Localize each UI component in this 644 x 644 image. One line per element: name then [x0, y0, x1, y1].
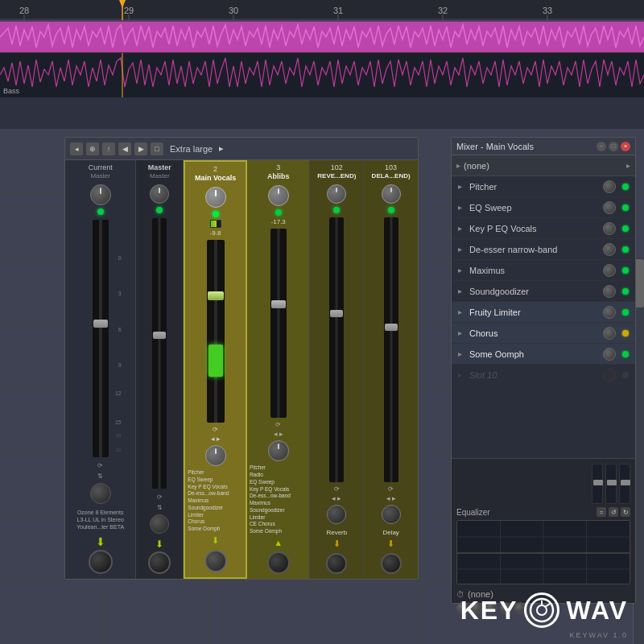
ch2-pan-knob[interactable]: [205, 187, 226, 208]
toolbar-next-btn[interactable]: ▶: [134, 142, 147, 155]
master-send-knob[interactable]: [150, 514, 169, 534]
fx-knob-some-oomph[interactable]: [603, 348, 616, 361]
ch102-bottom-knob[interactable]: [326, 553, 347, 574]
fx-slot-chorus[interactable]: ▸ Chorus: [452, 323, 635, 344]
fx-name-some-oomph: Some Oomph: [469, 349, 603, 359]
vfx-maximize-btn[interactable]: □: [609, 142, 618, 151]
channel-master[interactable]: Master Master ⟳ ⇅ ⬇: [136, 160, 184, 579]
current-arrow-ud[interactable]: ⇅: [97, 473, 103, 480]
send-fader-2[interactable]: [605, 464, 617, 504]
ch3-arrow-btns[interactable]: ◂ ▸: [274, 430, 283, 438]
ch103-arrow-btns[interactable]: ◂ ▸: [386, 494, 396, 502]
fx-knob-pitcher[interactable]: [603, 180, 616, 193]
fx-slot-fruity-limiter[interactable]: ▸ Fruity Limiter: [452, 302, 635, 323]
ch2-send-knob[interactable]: [205, 445, 226, 466]
eq-canvas[interactable]: [456, 520, 630, 584]
ch2-arrow-btns[interactable]: ◂ ▸: [211, 435, 221, 443]
fx-slot-pitcher[interactable]: ▸ Pitcher: [452, 176, 635, 197]
vfx-title-text: Mixer - Main Vocals: [456, 142, 534, 151]
send-fader-2-handle[interactable]: [607, 480, 617, 485]
send-faders-mini[interactable]: [456, 464, 630, 504]
ch102-pan-knob[interactable]: [327, 184, 346, 204]
ch102-send-knob[interactable]: [327, 505, 346, 524]
fx-knob-keyp[interactable]: [603, 222, 616, 235]
ch102-arrow-btns[interactable]: ◂ ▸: [332, 494, 341, 502]
ch2-number: 2: [213, 165, 217, 173]
channel-current[interactable]: Current Master 0 3 6 9 12 15 18: [65, 160, 136, 579]
fx-knob-chorus[interactable]: [603, 327, 616, 340]
current-send-knob[interactable]: [90, 483, 111, 504]
ch3-fader-handle[interactable]: [271, 300, 286, 308]
ch3-circ-icon: ⟳: [275, 421, 281, 428]
ch103-name: DELA...END): [372, 172, 411, 180]
vfx-route-input-arrow: ▸: [456, 161, 460, 170]
eq-section-header: Equalizer = ↺ ↻: [456, 507, 630, 517]
ch103-pan-knob[interactable]: [382, 184, 401, 204]
toolbar-up-btn[interactable]: ↑: [102, 142, 115, 155]
ch102-label-bottom: Reverb: [326, 529, 347, 536]
send-fader-3-handle[interactable]: [621, 480, 630, 485]
ch102-fader-track[interactable]: [329, 217, 344, 482]
ch103-send-knob[interactable]: [382, 505, 401, 524]
master-route-icon: ⬇: [155, 539, 163, 550]
eq-btn-3[interactable]: ↻: [621, 507, 630, 517]
fx-knob-maximus[interactable]: [603, 264, 616, 277]
mixer-toolbar[interactable]: ◂ ⊕ ↑ ◀ ▶ □ Extra large ▸: [65, 138, 418, 160]
eq-btn-1[interactable]: =: [597, 507, 606, 517]
ch3-send-knob[interactable]: [268, 440, 289, 461]
fx-knob-deesser[interactable]: [603, 243, 616, 256]
ch102-fader-handle[interactable]: [330, 310, 343, 317]
master-pan-knob[interactable]: [150, 184, 169, 204]
channel-delay[interactable]: 103 DELA...END) ⟳ ◂ ▸ Delay ⬇: [364, 160, 418, 579]
send-fader-1-handle[interactable]: [593, 480, 603, 485]
fx-slot-eqsweep[interactable]: ▸ EQ Sweep: [452, 197, 635, 218]
fx-knob-slot10[interactable]: [603, 369, 616, 382]
toolbar-size-label: Extra large: [170, 144, 213, 154]
fx-slot-slot10[interactable]: ▸ Slot 10: [452, 365, 635, 386]
vfx-route-bar[interactable]: ▸ (none) ▸: [452, 155, 635, 176]
current-bottom-knob[interactable]: [89, 550, 113, 574]
current-pan-knob[interactable]: [90, 184, 111, 205]
vfx-minimize-btn[interactable]: −: [597, 142, 606, 151]
keywav-version-text: KEYWAV 1.0: [569, 631, 628, 639]
ch3-pan-knob[interactable]: [268, 185, 289, 206]
fx-slot-maximus[interactable]: ▸ Maximus: [452, 260, 635, 281]
fx-slot-some-oomph[interactable]: ▸ Some Oomph: [452, 344, 635, 365]
send-fader-3[interactable]: [619, 464, 630, 504]
channel-reverb[interactable]: 102 REVE...END) ⟳ ◂ ▸ Reverb ⬇: [310, 160, 364, 579]
eq-controls[interactable]: = ↺ ↻: [597, 507, 630, 517]
ch103-fader-track[interactable]: [384, 217, 398, 482]
channel-ablibs[interactable]: 3 Ablibs -17.3 ⟳ ◂ ▸: [247, 160, 311, 579]
send-fader-1[interactable]: [592, 464, 603, 504]
ch2-fader-handle[interactable]: [208, 291, 224, 300]
channel-main-vocals[interactable]: 2 Main Vocals -9.8 ⟳: [184, 160, 247, 579]
master-fader-handle[interactable]: [153, 332, 166, 339]
fx-slot-keyp[interactable]: ▸ Key P EQ Vocals: [452, 218, 635, 239]
ch103-bottom-knob[interactable]: [381, 553, 402, 574]
fx-knob-soundgood[interactable]: [603, 285, 616, 298]
eq-btn-2[interactable]: ↺: [609, 507, 618, 517]
toolbar-prev-btn[interactable]: ◀: [118, 142, 131, 155]
toolbar-arrow-btn[interactable]: ◂: [70, 142, 83, 155]
master-arrow-ud[interactable]: ⇅: [157, 504, 163, 511]
ch3-fader-track[interactable]: [270, 229, 287, 418]
daw-main-area: ◂ ⊕ ↑ ◀ ▶ □ Extra large ▸ Current Master: [0, 129, 644, 644]
vfx-close-btn[interactable]: ×: [621, 142, 630, 151]
fx-slot-soundgood[interactable]: ▸ Soundgoodizer: [452, 281, 635, 302]
ch3-bottom-knob[interactable]: [267, 551, 290, 574]
fx-slot-deesser[interactable]: ▸ De-esser narrow-band: [452, 239, 635, 260]
current-fader-handle[interactable]: [93, 320, 108, 328]
fx-knob-eqsweep[interactable]: [603, 201, 616, 214]
toolbar-size-btn[interactable]: □: [151, 142, 163, 155]
ch103-fader-handle[interactable]: [385, 324, 398, 331]
timeline-ruler[interactable]: 28 29 30 31 32 33: [0, 0, 644, 20]
master-fader-track[interactable]: [152, 218, 167, 489]
master-bottom-knob[interactable]: [148, 551, 171, 574]
ch2-bottom-knob[interactable]: [204, 550, 227, 572]
fx-knob-fruity-limiter[interactable]: [603, 306, 616, 319]
current-fader-track[interactable]: 0 3 6 9 12 15 18 21: [93, 220, 109, 457]
mixer-panel: ◂ ⊕ ↑ ◀ ▶ □ Extra large ▸ Current Master: [64, 137, 419, 580]
ch2-fader-track[interactable]: [207, 240, 225, 423]
ch3-db-val: -17.3: [271, 218, 286, 225]
toolbar-link-btn[interactable]: ⊕: [86, 142, 99, 155]
